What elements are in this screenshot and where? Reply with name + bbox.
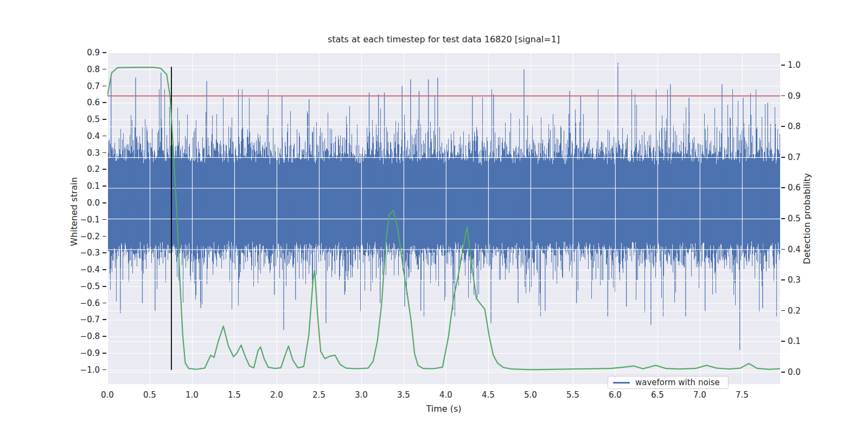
y-tick-label-left: 0.9 — [76, 48, 100, 58]
y-tick-mark-left — [103, 236, 106, 237]
legend: waveform with noise — [608, 376, 729, 389]
y-tick-mark-left — [103, 119, 106, 120]
y-tick-mark-left — [103, 69, 106, 70]
y-tick-label-left: −0.2 — [76, 232, 100, 241]
y-tick-mark-right — [781, 218, 785, 219]
chart-canvas — [107, 53, 780, 384]
y-tick-mark-left — [103, 286, 106, 287]
y-tick-mark-left — [103, 86, 106, 87]
y-tick-label-left: −1.0 — [76, 365, 100, 375]
y-tick-mark-right — [781, 310, 785, 311]
y-tick-mark-left — [103, 353, 106, 354]
y-tick-mark-left — [103, 336, 106, 337]
y-tick-mark-left — [103, 186, 106, 187]
figure: stats at each timestep for test data 168… — [0, 0, 868, 434]
chart-title: stats at each timestep for test data 168… — [107, 34, 780, 44]
x-tick-label: 1.0 — [180, 390, 204, 400]
y-tick-label-right: 0.6 — [788, 183, 801, 193]
y-tick-label-right: 0.9 — [788, 91, 801, 101]
x-tick-label: 1.5 — [222, 390, 246, 400]
y-tick-mark-left — [103, 319, 106, 320]
plot-area — [107, 53, 780, 384]
x-tick-label: 6.0 — [603, 390, 627, 400]
y-tick-mark-left — [103, 52, 106, 53]
y-tick-mark-left — [103, 369, 106, 371]
y-tick-label-left: 0.3 — [76, 148, 100, 158]
y-tick-label-right: 0.0 — [788, 367, 801, 377]
y-tick-label-left: 0.2 — [76, 164, 100, 174]
y-axis-label-right: Detection probability — [801, 159, 813, 278]
y-tick-label-right: 0.3 — [788, 275, 801, 285]
y-tick-label-right: 0.5 — [788, 214, 801, 224]
y-tick-label-left: −0.8 — [76, 331, 100, 341]
x-tick-label: 7.5 — [730, 390, 754, 400]
y-tick-mark-left — [103, 136, 106, 137]
y-tick-mark-left — [103, 152, 106, 154]
y-tick-label-left: −0.5 — [76, 282, 100, 291]
x-tick-label: 5.5 — [561, 390, 585, 400]
y-tick-label-right: 0.2 — [788, 306, 801, 316]
x-tick-label: 7.0 — [688, 390, 712, 400]
y-tick-mark-right — [781, 65, 785, 66]
y-tick-mark-right — [781, 126, 785, 127]
x-tick-label: 3.0 — [349, 390, 373, 400]
y-tick-label-right: 1.0 — [788, 60, 801, 70]
y-tick-mark-right — [781, 372, 785, 373]
y-tick-label-right: 0.8 — [788, 122, 801, 131]
y-tick-label-left: 0.6 — [76, 98, 100, 107]
y-tick-label-left: 0.8 — [76, 65, 100, 74]
x-tick-label: 3.5 — [392, 390, 416, 400]
y-tick-label-right: 0.1 — [788, 336, 801, 346]
x-tick-label: 2.0 — [265, 390, 289, 400]
y-tick-label-left: −0.1 — [76, 215, 100, 225]
x-tick-label: 4.5 — [476, 390, 500, 400]
x-tick-label: 0.5 — [138, 390, 162, 400]
y-tick-label-left: −0.3 — [76, 248, 100, 258]
x-tick-label: 4.0 — [434, 390, 458, 400]
y-tick-mark-left — [103, 269, 106, 270]
legend-label: waveform with noise — [635, 378, 720, 387]
y-tick-mark-left — [103, 303, 106, 304]
y-tick-mark-left — [103, 169, 106, 170]
y-tick-label-left: 0.4 — [76, 131, 100, 141]
waveform-legend-line — [613, 382, 630, 384]
y-tick-mark-right — [781, 279, 785, 280]
y-tick-mark-left — [103, 219, 106, 220]
y-tick-mark-right — [781, 157, 785, 158]
x-tick-label: 0.0 — [95, 390, 119, 400]
y-tick-label-left: 0.1 — [76, 181, 100, 191]
y-tick-label-left: −0.4 — [76, 265, 100, 275]
x-tick-label: 5.0 — [519, 390, 542, 400]
x-tick-label: 6.5 — [646, 390, 669, 400]
y-tick-mark-right — [781, 187, 785, 188]
y-tick-label-left: −0.6 — [76, 298, 100, 308]
y-tick-label-right: 0.7 — [788, 152, 801, 162]
y-tick-label-left: −0.9 — [76, 348, 100, 358]
y-tick-mark-left — [103, 202, 106, 203]
y-tick-mark-left — [103, 102, 106, 103]
x-axis-label: Time (s) — [107, 404, 780, 414]
y-tick-label-left: 0.0 — [76, 198, 100, 208]
y-tick-mark-right — [781, 341, 785, 342]
y-tick-label-left: 0.7 — [76, 81, 100, 91]
y-tick-mark-right — [781, 95, 785, 97]
y-tick-label-left: −0.7 — [76, 315, 100, 324]
y-tick-mark-right — [781, 249, 785, 250]
x-tick-label: 2.5 — [307, 390, 331, 400]
y-tick-label-left: 0.5 — [76, 114, 100, 124]
y-tick-mark-left — [103, 252, 106, 253]
y-tick-label-right: 0.4 — [788, 245, 801, 254]
